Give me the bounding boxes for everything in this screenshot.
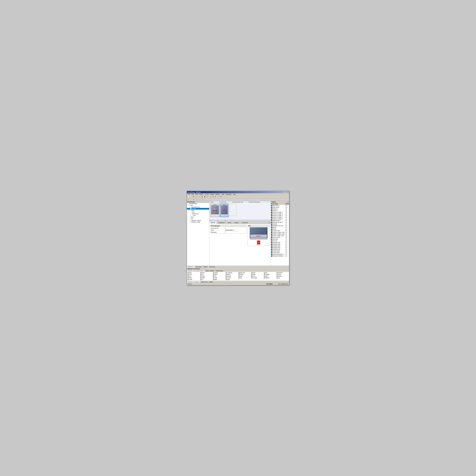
operator-item[interactable]: BABS bbox=[187, 272, 200, 274]
mandatory-checkbox[interactable] bbox=[225, 232, 226, 233]
catalog-row[interactable]: Vacon10 1.0 Inverte... bbox=[271, 240, 289, 242]
operator-item[interactable]: BADR bbox=[200, 272, 212, 274]
catalog-row[interactable]: ATR171-22-ABC-T 1.0 Contro... bbox=[271, 211, 289, 213]
operator-item[interactable]: BCOS bbox=[276, 274, 289, 275]
toolbar-replace[interactable]: ↔ bbox=[198, 198, 200, 201]
menu-project[interactable]: Project bbox=[199, 194, 204, 195]
catalog-row[interactable]: MCM260-2AD 1.0 16 Digi... bbox=[271, 243, 289, 245]
catalog-row[interactable]: Broadcast Modbus F... 1.0 Functio... bbox=[271, 255, 289, 257]
toolbar-new[interactable]: 📄 bbox=[187, 196, 190, 198]
toolbar-compile[interactable]: 🔨 bbox=[209, 196, 212, 198]
menu-developer[interactable]: Developer bbox=[225, 194, 232, 195]
tree-tasks[interactable]: 📁 Tasks bbox=[187, 210, 209, 211]
operator-item[interactable]: BDELETE bbox=[238, 272, 251, 274]
operator-item[interactable]: BLEN bbox=[238, 275, 251, 277]
catalog-row[interactable]: DRR460-12A-T128 1.0 1 Univ... bbox=[271, 225, 289, 226]
toolbar-stop[interactable]: ⏹ bbox=[204, 196, 206, 198]
operator-item[interactable]: BCOSH bbox=[225, 277, 238, 279]
toolbar-cut[interactable]: ✂ bbox=[187, 198, 190, 201]
bsubtab-ops[interactable]: Operators and blocks bbox=[187, 281, 200, 283]
catalog-row[interactable]: 2000.35.014 1.0 Curren... bbox=[271, 205, 289, 206]
operator-item[interactable]: BFLOOR bbox=[251, 277, 263, 279]
toolbar-redo[interactable]: ↪ bbox=[198, 196, 200, 198]
operator-item[interactable]: BCONCAT bbox=[225, 272, 238, 274]
operator-item[interactable]: BMIN bbox=[213, 279, 225, 280]
maximize-button[interactable]: □ bbox=[285, 191, 287, 193]
btab-project[interactable]: Project bbox=[203, 266, 208, 268]
close-button[interactable]: ✕ bbox=[287, 191, 289, 193]
operator-item[interactable]: BFIND bbox=[200, 275, 212, 277]
catalog-row[interactable]: DRR450 1.0 1 Them... bbox=[271, 223, 289, 225]
toolbar-run[interactable]: ▶ bbox=[201, 196, 204, 198]
catalog-row[interactable]: DRR132-4B-T 1.0 2 Inp. P... bbox=[271, 220, 289, 221]
toolbar-open[interactable]: 📂 bbox=[190, 196, 192, 198]
menu-debug[interactable]: Debug bbox=[210, 194, 215, 195]
tree-project[interactable]: 📁 DirectProject bbox=[187, 203, 209, 204]
tree-ungrouped[interactable]: 📄 Ungrouped_vari bbox=[187, 206, 209, 208]
subtab-target-vars[interactable]: Target variables bbox=[205, 270, 215, 272]
catalog-row[interactable]: Fancel Plexys 1.0 Fancol... bbox=[271, 250, 289, 252]
tree-init[interactable]: 📄 Init bbox=[187, 218, 209, 220]
toolbar-zoom-out[interactable]: - bbox=[204, 198, 206, 201]
tab-parameters[interactable]: Parameters bbox=[217, 221, 226, 224]
catalog-row[interactable]: STR571-1ABC-T128 1.0 Modbu... bbox=[271, 235, 289, 237]
minimize-button[interactable]: ─ bbox=[284, 191, 285, 193]
menu-view[interactable]: View bbox=[195, 194, 199, 195]
operator-item[interactable]: BINSERT bbox=[276, 272, 289, 274]
toolbar-find[interactable]: 🔍 bbox=[196, 198, 198, 201]
operator-item[interactable]: BMID bbox=[264, 275, 276, 277]
bsubtab-lib[interactable]: Library Tree bbox=[200, 281, 208, 283]
operator-item[interactable]: BMOD bbox=[225, 274, 238, 275]
tab-commands[interactable]: Commands bbox=[240, 221, 249, 224]
catalog-row[interactable]: STR561-13ABC-T128 1.0 Indica... bbox=[271, 233, 289, 235]
operator-item[interactable]: BMAX bbox=[213, 274, 225, 275]
menu-edit[interactable]: Edit bbox=[191, 194, 194, 195]
operator-item[interactable]: BATAN bbox=[213, 272, 225, 274]
menu-tools[interactable]: Tools bbox=[221, 194, 225, 195]
operator-item[interactable]: BGE bbox=[264, 272, 276, 274]
tree-background[interactable]: 📄 Background bbox=[187, 213, 209, 215]
name-input[interactable] bbox=[225, 229, 238, 231]
operator-item[interactable]: BATAND bbox=[264, 274, 276, 275]
menu-help[interactable]: Help bbox=[232, 194, 236, 195]
tree-main[interactable]: 📁 main bbox=[187, 204, 209, 206]
catalog-row[interactable]: MCM260-4AD 1.0 4 Univ... bbox=[271, 247, 289, 248]
operator-item[interactable]: BMUL bbox=[225, 279, 238, 280]
tree-canopen-resync[interactable]: 📄 CANopen_Resync bbox=[187, 220, 209, 221]
catalog-row[interactable]: MCM360-3AD 1.0 8 Digit... bbox=[271, 245, 289, 247]
tab-inputs[interactable]: Inputs bbox=[226, 221, 233, 224]
catalog-row[interactable]: MCM060-5AD 1.0 4 Univ... bbox=[271, 248, 289, 250]
catalog-row[interactable]: ATR241-21-ABC-T 1.0 Contro... bbox=[271, 213, 289, 215]
operator-item[interactable]: BAND bbox=[251, 274, 263, 275]
manual-link[interactable]: PDF Manual bbox=[257, 240, 260, 245]
toolbar-download[interactable]: ⬇ bbox=[212, 196, 214, 198]
catalog-row[interactable]: PB151 1.0 Pyrobu... bbox=[271, 228, 289, 230]
tree-boot[interactable]: 📄 Boot bbox=[187, 216, 209, 218]
operator-item[interactable]: BDIV bbox=[187, 275, 200, 277]
catalog-row[interactable]: ATR621-12-ABC-T 1.0 Contro... bbox=[271, 217, 289, 218]
operator-item[interactable]: BILE bbox=[276, 277, 289, 279]
catalog-row[interactable]: DRR245-21-ABC-T 1.0 1 Anal... bbox=[271, 221, 289, 223]
menu-file[interactable]: File bbox=[187, 194, 191, 195]
toolbar-zoom-in[interactable]: + bbox=[201, 198, 204, 201]
catalog-row[interactable]: ATR621-13-ABC-T 1.0 Contro... bbox=[271, 218, 289, 220]
operator-item[interactable]: BMOVE bbox=[276, 275, 289, 277]
menu-online[interactable]: On-line bbox=[204, 194, 209, 195]
plc-module-pl500[interactable]: PLC 1 bbox=[210, 204, 220, 217]
tab-general[interactable]: General bbox=[209, 221, 217, 224]
operator-item[interactable]: BACDS bbox=[238, 274, 251, 275]
bsubtab-output[interactable]: Output bbox=[208, 281, 214, 283]
catalog-row[interactable]: ATR141-T 1.0 Contro... bbox=[271, 208, 289, 210]
tree-counter[interactable]: 📄 counter bbox=[187, 208, 209, 210]
tab-scroll-up[interactable]: ▲ bbox=[268, 221, 271, 224]
operator-item[interactable]: BLIMIT bbox=[187, 279, 200, 280]
operator-item[interactable]: BLEFT bbox=[187, 274, 200, 275]
add-module-button[interactable]: + bbox=[230, 204, 237, 216]
operator-item[interactable]: BLN bbox=[200, 274, 212, 275]
catalog-row[interactable]: MCM290-1AD 1.0 16 Digi... bbox=[271, 242, 289, 243]
catalog-row[interactable]: Broadcast Modbus F... 1.0 Functio... bbox=[271, 254, 289, 255]
catalog-row[interactable]: STR551-12ABC-T128 1.0 Indica... bbox=[271, 232, 289, 233]
subtab-ops[interactable]: Operator and standard blocks bbox=[187, 270, 205, 272]
operator-item[interactable]: BIMOVE bbox=[225, 275, 238, 277]
tree-canopen-notify[interactable]: 📄 CANopen_Notify bbox=[187, 221, 209, 223]
